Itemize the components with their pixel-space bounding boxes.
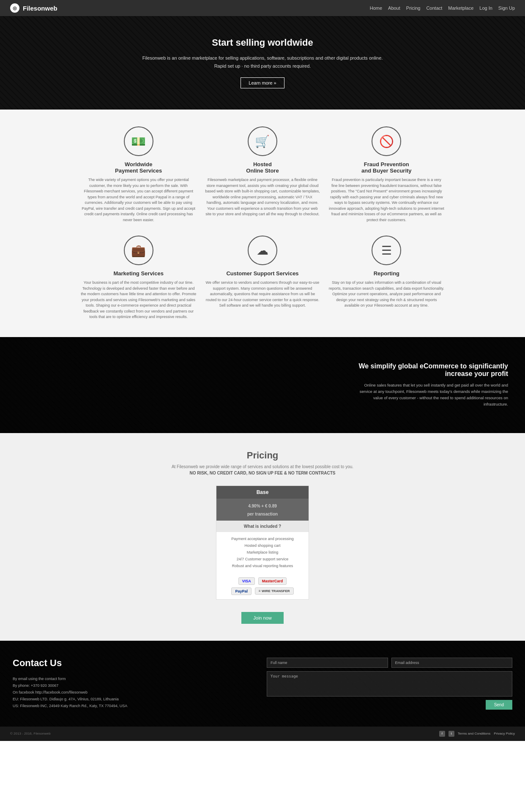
- payment-row-2: PayPal ≡ WIRE TRANSFER: [231, 587, 293, 595]
- hero-title: Start selling worldwide: [212, 37, 313, 48]
- promo-desc: Online sales features that let you sell …: [356, 382, 508, 408]
- nav-login[interactable]: Log In: [479, 5, 492, 11]
- list-item: Marketplace listing: [220, 549, 305, 556]
- full-name-input[interactable]: [267, 658, 388, 668]
- join-button-wrapper: Join now: [8, 608, 517, 624]
- feature-fraud-title: Fraud Preventionand Buyer Security: [361, 161, 412, 174]
- hero-section: Start selling worldwide Filesonweb is an…: [0, 16, 525, 110]
- terms-link[interactable]: Terms and Conditions: [458, 732, 490, 735]
- pricing-card: Base 4.90% + € 0.89 per transaction What…: [216, 486, 309, 600]
- contact-name-email-row: [267, 658, 512, 668]
- promo-text: We simplify global eCommerce to signific…: [356, 362, 508, 408]
- footer-copyright: © 2013 - 2016, Filesonweb: [10, 732, 51, 735]
- feature-store: 🛒 HostedOnline Store Filesonweb marketpl…: [205, 126, 320, 223]
- nav-contact[interactable]: Contact: [426, 5, 442, 11]
- send-button[interactable]: Send: [486, 700, 512, 710]
- payment-logos: VISA MasterCard PayPal ≡ WIRE TRANSFER: [216, 573, 309, 599]
- list-item: 24/7 Customer support service: [220, 556, 305, 562]
- feature-marketing-title: Marketing Services: [113, 270, 164, 277]
- nav-about[interactable]: About: [388, 5, 400, 11]
- hero-cta-button[interactable]: Learn more »: [241, 77, 284, 88]
- feature-payment: 💵 WorldwidePayment Services The wide var…: [81, 126, 196, 223]
- mastercard-badge: MasterCard: [258, 577, 287, 585]
- feature-store-title: HostedOnline Store: [246, 161, 279, 174]
- fraud-icon: 🚫: [372, 126, 401, 156]
- feature-fraud-desc: Fraud prevention is particularly importa…: [329, 177, 444, 223]
- contact-form: Send: [267, 658, 512, 710]
- feature-payment-title: WorldwidePayment Services: [115, 161, 162, 174]
- hero-description: Filesonweb is an online marketplace for …: [142, 54, 383, 70]
- feature-reporting: ☰ Reporting Stay on top of your sales in…: [329, 236, 444, 320]
- contact-info: Contact Us By email using the contact fo…: [13, 658, 258, 710]
- reporting-icon: ☰: [372, 236, 401, 265]
- feature-fraud: 🚫 Fraud Preventionand Buyer Security Fra…: [329, 126, 444, 223]
- visa-badge: VISA: [238, 577, 255, 585]
- feature-support-desc: We offer service to vendors and customer…: [205, 280, 320, 309]
- promo-section: We simplify global eCommerce to signific…: [0, 337, 525, 433]
- features-section: 💵 WorldwidePayment Services The wide var…: [0, 110, 525, 337]
- features-grid: 💵 WorldwidePayment Services The wide var…: [81, 126, 444, 320]
- feature-store-desc: Filesonweb marketplace and payment proce…: [205, 177, 320, 217]
- payment-row-1: VISA MasterCard: [238, 577, 287, 585]
- pricing-price: 4.90% + € 0.89 per transaction: [216, 499, 309, 521]
- footer-links: f t Terms and Conditions Privacy Policy: [439, 731, 515, 737]
- nav-links: Home About Pricing Contact Marketplace L…: [370, 5, 515, 11]
- twitter-icon[interactable]: t: [448, 731, 454, 737]
- facebook-icon[interactable]: f: [439, 731, 445, 737]
- pricing-section: Pricing At Filesonweb we provide wide ra…: [0, 433, 525, 641]
- nav-marketplace[interactable]: Marketplace: [448, 5, 473, 11]
- feature-support: ☁ Customer Support Services We offer ser…: [205, 236, 320, 320]
- email-input[interactable]: [391, 658, 513, 668]
- promo-title: We simplify global eCommerce to signific…: [356, 362, 508, 378]
- store-icon: 🛒: [248, 126, 277, 156]
- feature-support-title: Customer Support Services: [226, 270, 298, 277]
- contact-details: By email using the contact form By phone…: [13, 675, 258, 710]
- feature-payment-desc: The wide variety of payment options you …: [81, 177, 196, 223]
- pricing-tier: Base: [216, 486, 309, 499]
- wire-badge: ≡ WIRE TRANSFER: [255, 587, 294, 595]
- contact-section: Contact Us By email using the contact fo…: [0, 641, 525, 727]
- feature-reporting-title: Reporting: [374, 270, 399, 277]
- logo: ◎ Filesonweb: [10, 3, 57, 13]
- pricing-items: Payment acceptance and processing Hosted…: [216, 532, 309, 573]
- support-icon: ☁: [248, 236, 277, 265]
- marketing-icon: 💼: [124, 236, 153, 265]
- pricing-what: What is included ?: [216, 521, 309, 532]
- feature-marketing: 💼 Marketing Services Your business is pa…: [81, 236, 196, 320]
- pricing-title: Pricing: [8, 450, 517, 461]
- message-input[interactable]: [267, 671, 512, 697]
- nav-pricing[interactable]: Pricing: [406, 5, 421, 11]
- list-item: Hosted shopping cart: [220, 542, 305, 549]
- list-item: Robust and visual reporting features: [220, 562, 305, 569]
- feature-reporting-desc: Stay on top of your sales information wi…: [329, 280, 444, 309]
- navigation: ◎ Filesonweb Home About Pricing Contact …: [0, 0, 525, 16]
- nav-home[interactable]: Home: [370, 5, 382, 11]
- logo-text: Filesonweb: [23, 5, 57, 12]
- pricing-subtitle: At Filesonweb we provide wide range of s…: [8, 464, 517, 469]
- contact-title: Contact Us: [13, 658, 258, 669]
- payment-icon: 💵: [124, 126, 153, 156]
- join-button[interactable]: Join now: [241, 612, 283, 624]
- logo-icon: ◎: [10, 3, 19, 13]
- footer: © 2013 - 2016, Filesonweb f t Terms and …: [0, 727, 525, 741]
- list-item: Payment acceptance and processing: [220, 535, 305, 542]
- paypal-badge: PayPal: [231, 587, 252, 595]
- feature-marketing-desc: Your business is part of the most compet…: [81, 280, 196, 320]
- pricing-note: NO RISK, NO CREDIT CARD, NO SIGN UP FEE …: [8, 471, 517, 475]
- nav-signup[interactable]: Sign Up: [498, 5, 515, 11]
- privacy-link[interactable]: Privacy Policy: [494, 732, 515, 735]
